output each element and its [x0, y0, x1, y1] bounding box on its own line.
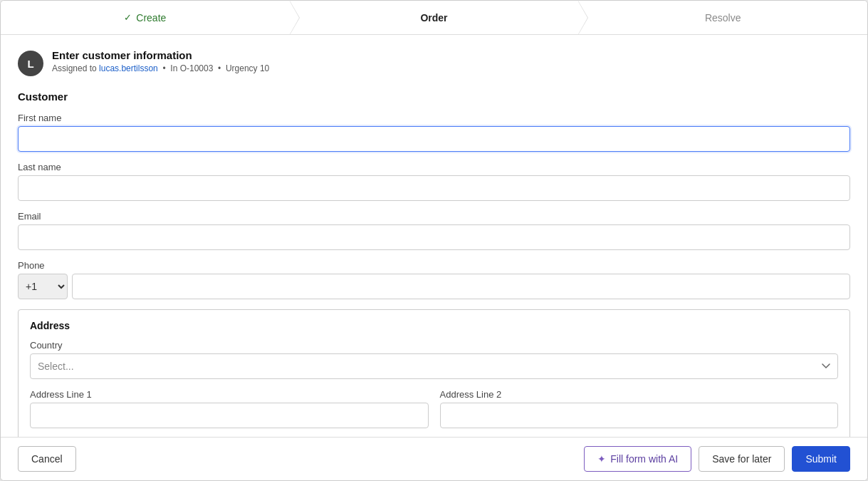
country-select[interactable]: Select... United States United Kingdom C…	[30, 353, 838, 379]
step-resolve-label: Resolve	[705, 12, 741, 24]
phone-number-input[interactable]	[72, 274, 850, 299]
first-name-group: First name	[18, 113, 850, 152]
address2-input[interactable]	[440, 403, 839, 428]
address2-group: Address Line 2	[440, 389, 839, 428]
check-icon: ✓	[124, 12, 132, 23]
step-create[interactable]: ✓ Create	[1, 1, 290, 34]
task-title: Enter customer information	[52, 49, 269, 61]
email-label: Email	[18, 211, 850, 222]
fill-ai-label: Fill form with AI	[610, 453, 678, 465]
order-id: O-10003	[180, 63, 214, 73]
last-name-input[interactable]	[18, 175, 850, 201]
task-header: L Enter customer information Assigned to…	[18, 49, 850, 76]
cancel-button[interactable]: Cancel	[18, 446, 76, 472]
address1-group: Address Line 1	[30, 389, 429, 428]
first-name-label: First name	[18, 113, 850, 123]
avatar: L	[18, 51, 43, 76]
last-name-group: Last name	[18, 162, 850, 201]
assigned-to-link[interactable]: lucas.bertilsson	[99, 63, 158, 73]
step-resolve[interactable]: Resolve	[578, 1, 867, 34]
phone-code-select[interactable]: +1 +44 +49 +33	[18, 274, 68, 299]
submit-button[interactable]: Submit	[792, 446, 850, 472]
address-title: Address	[30, 320, 838, 331]
task-info: Enter customer information Assigned to l…	[52, 49, 269, 73]
address-box: Address Country Select... United States …	[18, 309, 850, 437]
right-buttons: ✦ Fill form with AI Save for later Submi…	[584, 446, 850, 472]
task-meta: Assigned to lucas.bertilsson • In O-1000…	[52, 63, 269, 73]
phone-label: Phone	[18, 260, 850, 271]
steps-bar: ✓ Create Order Resolve	[1, 1, 867, 35]
address1-input[interactable]	[30, 403, 429, 428]
save-later-button[interactable]: Save for later	[699, 446, 785, 472]
email-group: Email	[18, 211, 850, 250]
country-label: Country	[30, 340, 838, 351]
section-title: Customer	[18, 90, 850, 103]
main-content: L Enter customer information Assigned to…	[1, 35, 867, 437]
last-name-label: Last name	[18, 162, 850, 172]
phone-group: Phone +1 +44 +49 +33	[18, 260, 850, 299]
address2-label: Address Line 2	[440, 389, 839, 400]
country-group: Country Select... United States United K…	[30, 340, 838, 379]
step-order[interactable]: Order	[290, 1, 579, 34]
ai-star-icon: ✦	[597, 453, 606, 465]
bottom-bar: Cancel ✦ Fill form with AI Save for late…	[1, 437, 867, 480]
first-name-input[interactable]	[18, 126, 850, 152]
main-window: ✓ Create Order Resolve L Enter customer …	[0, 0, 868, 481]
fill-ai-button[interactable]: ✦ Fill form with AI	[584, 446, 691, 472]
step-order-label: Order	[420, 12, 447, 24]
phone-row: +1 +44 +49 +33	[18, 274, 850, 299]
urgency: Urgency 10	[226, 63, 269, 73]
step-create-label: Create	[136, 12, 166, 24]
email-input[interactable]	[18, 224, 850, 250]
address1-label: Address Line 1	[30, 389, 429, 400]
address-lines-row: Address Line 1 Address Line 2	[30, 389, 838, 428]
